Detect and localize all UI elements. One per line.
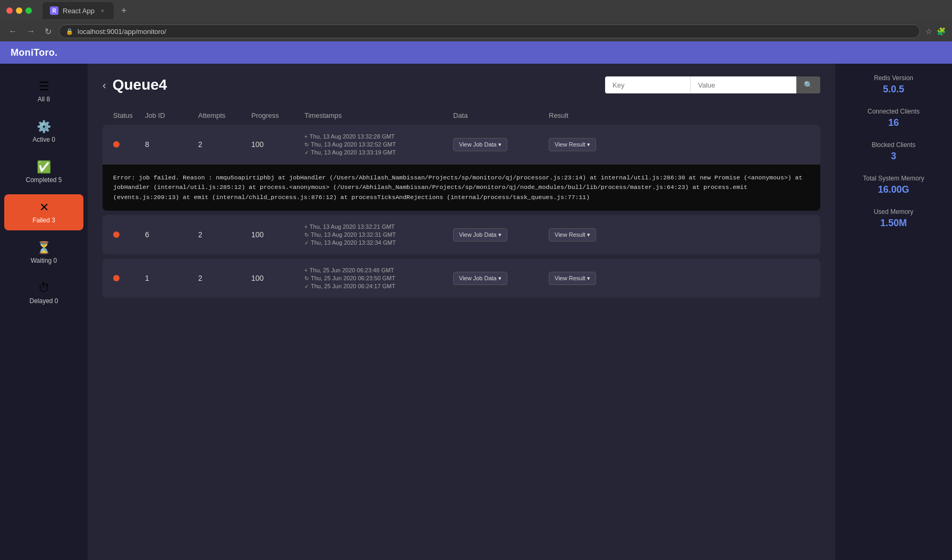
search-key-input[interactable]: [605, 76, 690, 93]
status-dot-8: [113, 141, 120, 148]
stat-total-memory-value: 16.00G: [878, 184, 909, 195]
page-title-area: ‹ Queue4: [103, 76, 167, 93]
job-card-1: 1 2 100 +Thu, 25 Jun 2020 06:23:48 GMT ↻…: [103, 259, 820, 298]
ts-process-icon-1: ↻: [304, 275, 309, 281]
dot-red[interactable]: [6, 7, 13, 14]
sidebar-item-all[interactable]: ☰ All 8: [4, 73, 83, 109]
view-job-data-btn-8[interactable]: View Job Data ▾: [453, 138, 507, 151]
failed-icon: ✕: [39, 201, 49, 214]
view-job-data-btn-6[interactable]: View Job Data ▾: [453, 228, 507, 242]
list-icon: ☰: [39, 80, 49, 93]
sidebar-item-waiting[interactable]: ⏳ Waiting 0: [4, 235, 83, 271]
view-result-btn-1[interactable]: View Result ▾: [549, 272, 596, 285]
ts-done-icon-8: ✓: [304, 150, 309, 156]
dot-yellow[interactable]: [16, 7, 22, 14]
stat-blocked-clients-label: Blocked Clients: [872, 141, 916, 149]
job-row-6: 6 2 100 +Thu, 13 Aug 2020 13:32:21 GMT ↻…: [103, 215, 820, 254]
col-data: Data: [453, 111, 549, 119]
job-row-8: 8 2 100 +Thu, 13 Aug 2020 13:32:28 GMT ↻…: [103, 125, 820, 164]
result-btn-group-6: View Result ▾: [549, 228, 623, 242]
sidebar-item-failed-label: Failed 3: [32, 217, 55, 224]
nav-reload-btn[interactable]: ↻: [42, 25, 54, 38]
back-button[interactable]: ‹: [103, 79, 106, 91]
job-card-6: 6 2 100 +Thu, 13 Aug 2020 13:32:21 GMT ↻…: [103, 215, 820, 254]
col-timestamps: Timestamps: [304, 111, 453, 119]
col-result: Result: [549, 111, 623, 119]
stat-redis-version-value: 5.0.5: [883, 84, 904, 95]
ts-done-icon-6: ✓: [304, 240, 309, 246]
ts-add-icon-1: +: [304, 268, 308, 273]
ts-processed-8: Thu, 13 Aug 2020 13:32:52 GMT: [311, 141, 396, 148]
stat-connected-clients-value: 16: [888, 117, 899, 128]
search-area: 🔍: [605, 76, 820, 93]
status-dot-1: [113, 275, 120, 281]
sidebar-item-all-label: All 8: [38, 96, 50, 103]
col-jobid: Job ID: [145, 111, 198, 119]
tab-favicon: R: [50, 6, 58, 15]
hourglass-icon: ⏳: [37, 241, 51, 255]
stat-total-memory-label: Total System Memory: [863, 175, 924, 182]
nav-forward-btn[interactable]: →: [24, 25, 37, 37]
sidebar-item-waiting-label: Waiting 0: [31, 257, 57, 264]
nav-back-btn[interactable]: ←: [6, 25, 19, 37]
browser-navbar: ← → ↻ 🔒 localhost:9001/app/monitoro/ ☆ 🧩: [0, 21, 952, 41]
view-job-data-btn-1[interactable]: View Job Data ▾: [453, 272, 507, 285]
job-progress-8: 100: [251, 140, 304, 149]
app-container: MoniToro. ☰ All 8 ⚙️ Active 0 ✅ Complete…: [0, 41, 952, 560]
url-text: localhost:9001/app/monitoro/: [78, 28, 166, 36]
status-dot-6: [113, 231, 120, 238]
timestamps-8: +Thu, 13 Aug 2020 13:32:28 GMT ↻Thu, 13 …: [304, 133, 453, 156]
new-tab-btn[interactable]: +: [121, 5, 127, 16]
col-attempts: Attempts: [198, 111, 251, 119]
ts-add-icon-8: +: [304, 134, 308, 140]
job-id-1: 1: [145, 274, 198, 282]
page-title: Queue4: [113, 76, 167, 93]
app-body: ☰ All 8 ⚙️ Active 0 ✅ Completed 5 ✕ Fail…: [0, 64, 952, 560]
page-header: ‹ Queue4 🔍: [103, 76, 820, 93]
browser-tab[interactable]: R React App ×: [42, 2, 114, 19]
checkmark-icon: ✅: [37, 160, 51, 174]
sidebar-item-delayed[interactable]: ⏱ Delayed 0: [4, 275, 83, 311]
gear-icon: ⚙️: [37, 120, 51, 134]
ts-finished-6: Thu, 13 Aug 2020 13:32:34 GMT: [311, 239, 396, 246]
stat-blocked-clients: Blocked Clients 3: [844, 141, 944, 162]
result-btn-group-8: View Result ▾: [549, 138, 623, 151]
sidebar-item-active[interactable]: ⚙️ Active 0: [4, 114, 83, 150]
stat-used-memory-value: 1.50M: [880, 218, 907, 229]
sidebar-item-completed[interactable]: ✅ Completed 5: [4, 154, 83, 190]
ts-done-icon-1: ✓: [304, 283, 309, 289]
data-btn-group-8: View Job Data ▾: [453, 138, 549, 151]
clock-icon: ⏱: [38, 281, 50, 295]
tab-title: React App: [63, 7, 95, 15]
stat-blocked-clients-value: 3: [891, 151, 896, 162]
extension-icon[interactable]: 🧩: [937, 27, 946, 36]
main-content: ‹ Queue4 🔍 Status Job ID Attempts Progre…: [88, 64, 835, 560]
job-id-8: 8: [145, 140, 198, 149]
stat-redis-version: Redis Version 5.0.5: [844, 74, 944, 95]
stat-used-memory: Used Memory 1.50M: [844, 208, 944, 229]
app-header: MoniToro.: [0, 41, 952, 64]
stat-redis-version-label: Redis Version: [874, 74, 913, 82]
sidebar-item-delayed-label: Delayed 0: [29, 297, 58, 305]
tab-close-btn[interactable]: ×: [99, 7, 106, 14]
dot-green[interactable]: [26, 7, 32, 14]
ts-processed-6: Thu, 13 Aug 2020 13:32:31 GMT: [311, 231, 396, 238]
stat-connected-clients: Connected Clients 16: [844, 108, 944, 128]
bookmark-icon[interactable]: ☆: [925, 27, 932, 36]
job-attempts-1: 2: [198, 274, 251, 282]
view-result-btn-6[interactable]: View Result ▾: [549, 228, 596, 242]
lock-icon: 🔒: [66, 28, 73, 35]
timestamps-1: +Thu, 25 Jun 2020 06:23:48 GMT ↻Thu, 25 …: [304, 267, 453, 289]
stat-total-memory: Total System Memory 16.00G: [844, 175, 944, 195]
browser-chrome: R React App × + ← → ↻ 🔒 localhost:9001/a…: [0, 0, 952, 41]
result-btn-group-1: View Result ▾: [549, 272, 623, 285]
search-value-input[interactable]: [690, 76, 796, 93]
sidebar-item-failed[interactable]: ✕ Failed 3: [4, 194, 83, 230]
address-bar[interactable]: 🔒 localhost:9001/app/monitoro/: [59, 24, 920, 38]
ts-process-icon-6: ↻: [304, 232, 309, 238]
job-progress-1: 100: [251, 274, 304, 282]
job-id-6: 6: [145, 230, 198, 239]
view-result-btn-8[interactable]: View Result ▾: [549, 138, 596, 151]
search-button[interactable]: 🔍: [796, 76, 820, 93]
ts-process-icon-8: ↻: [304, 142, 309, 148]
